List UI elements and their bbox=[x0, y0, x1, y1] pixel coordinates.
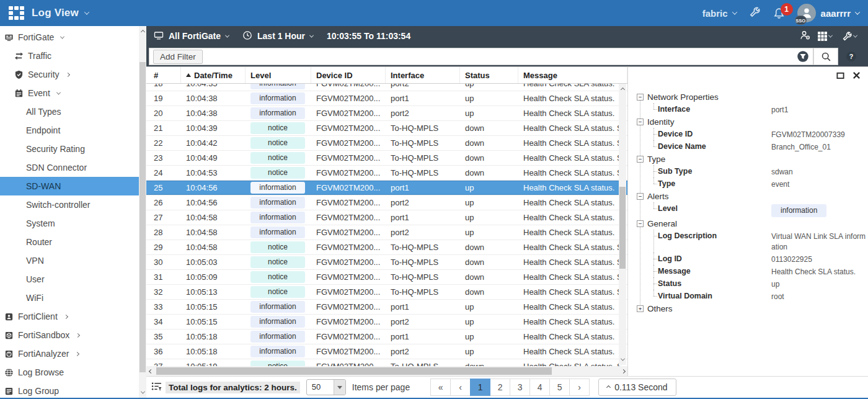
table-row-19[interactable]: 1910:04:38informationFGVM02TM200...port1… bbox=[146, 91, 627, 106]
column-header-device-id[interactable]: Device ID bbox=[311, 67, 386, 83]
scrollbar-thumb[interactable] bbox=[619, 187, 626, 269]
sidebar-item-security-rating[interactable]: Security Rating bbox=[0, 140, 139, 158]
expand-icon[interactable]: + bbox=[637, 305, 644, 312]
help-icon[interactable]: ? bbox=[846, 51, 857, 64]
sidebar-item-sd-wan[interactable]: SD-WAN bbox=[0, 177, 139, 195]
page-button-2[interactable]: 2 bbox=[490, 379, 510, 396]
sidebar-item-wifi[interactable]: WiFi bbox=[0, 289, 139, 307]
level-badge: information bbox=[250, 84, 305, 89]
sidebar-item-sdn-connector[interactable]: SDN Connector bbox=[0, 158, 139, 177]
first-page-button[interactable]: « bbox=[430, 379, 451, 396]
column-settings-dropdown[interactable] bbox=[817, 31, 836, 42]
tools-dropdown[interactable] bbox=[842, 31, 861, 42]
user-menu[interactable]: SSO aaarrrr bbox=[797, 4, 859, 22]
scroll-right-icon[interactable] bbox=[619, 370, 627, 373]
table-row-29[interactable]: 2910:04:58noticeFGVM02TM200...To-HQ-MPLS… bbox=[146, 240, 627, 255]
page-button-5[interactable]: 5 bbox=[549, 379, 570, 396]
table-row-32[interactable]: 3210:05:13noticeFGVM02TM200...To-HQ-MPLS… bbox=[146, 285, 627, 300]
scroll-up-icon[interactable] bbox=[619, 85, 626, 94]
table-row-25[interactable]: 2510:04:56informationFGVM02TM200...port1… bbox=[146, 181, 627, 195]
collapse-icon[interactable]: − bbox=[637, 193, 644, 200]
table-row-34[interactable]: 3410:05:15informationFGVM02TM200...port2… bbox=[146, 315, 627, 330]
page-button-1[interactable]: 1 bbox=[470, 379, 490, 396]
table-vertical-scrollbar[interactable] bbox=[619, 84, 626, 365]
sidebar-item-user[interactable]: User bbox=[0, 270, 139, 289]
column-header-level[interactable]: Level bbox=[246, 67, 311, 83]
column-header-message[interactable]: Message bbox=[518, 67, 627, 83]
scrollbar-thumb[interactable] bbox=[156, 367, 552, 375]
scroll-down-icon[interactable] bbox=[619, 355, 626, 364]
table-row-27[interactable]: 2710:04:58informationFGVM02TM200...port1… bbox=[146, 210, 627, 225]
table-horizontal-scrollbar[interactable] bbox=[146, 366, 627, 376]
page-button-4[interactable]: 4 bbox=[529, 379, 550, 396]
collapse-icon[interactable]: − bbox=[637, 156, 644, 163]
query-time-button[interactable]: 0.113 Second bbox=[598, 379, 676, 396]
items-per-page-select[interactable]: 50 bbox=[306, 379, 346, 395]
table-row-22[interactable]: 2210:04:42noticeFGVM02TM200...To-HQ-MPLS… bbox=[146, 136, 627, 151]
cell-message: Health Check SLA status. bbox=[518, 198, 627, 207]
sidebar-item-forticlient[interactable]: FortiClient bbox=[0, 307, 139, 326]
previous-page-button[interactable]: ‹ bbox=[450, 379, 471, 396]
table-row-30[interactable]: 3010:05:03noticeFGVM02TM200...To-HQ-MPLS… bbox=[146, 255, 627, 270]
search-button[interactable] bbox=[813, 48, 838, 65]
close-panel-icon[interactable] bbox=[852, 71, 861, 81]
sidebar-item-fortianalyzer[interactable]: FortiAnalyzer bbox=[0, 344, 139, 363]
sidebar-item-system[interactable]: System bbox=[0, 214, 139, 233]
sidebar-item-log-browse[interactable]: Log Browse bbox=[0, 363, 139, 382]
table-row-33[interactable]: 3310:05:15informationFGVM02TM200...port1… bbox=[146, 300, 627, 315]
column-header-status[interactable]: Status bbox=[460, 67, 518, 83]
table-row-20[interactable]: 2010:04:38informationFGVM02TM200...port2… bbox=[146, 106, 627, 121]
notifications-bell-icon[interactable]: 1 bbox=[773, 7, 785, 19]
table-row-26[interactable]: 2610:04:56informationFGVM02TM200...port2… bbox=[146, 195, 627, 210]
sidebar-scrollbar[interactable] bbox=[139, 26, 146, 398]
filter-funnel-icon[interactable] bbox=[797, 50, 809, 63]
table-row-24[interactable]: 2410:04:53noticeFGVM02TM200...To-HQ-MPLS… bbox=[146, 166, 627, 181]
add-filter-button[interactable]: Add Filter bbox=[153, 50, 203, 64]
filter-input[interactable]: Add Filter bbox=[149, 48, 813, 65]
sidebar-item-traffic[interactable]: Traffic bbox=[0, 47, 139, 65]
time-range-dropdown[interactable]: Last 1 Hour bbox=[242, 30, 313, 42]
sidebar-item-fortigate[interactable]: FortiGate bbox=[0, 28, 139, 47]
column-header-[interactable]: # bbox=[146, 67, 181, 83]
sidebar-item-fortisandbox[interactable]: FortiSandbox bbox=[0, 326, 139, 344]
table-row-36[interactable]: 3610:05:18informationFGVM02TM200...port2… bbox=[146, 344, 627, 359]
sidebar-item-switch-controller[interactable]: Switch-controller bbox=[0, 195, 139, 214]
scroll-down-icon[interactable] bbox=[139, 388, 146, 397]
table-row-35[interactable]: 3510:05:18informationFGVM02TM200...port1… bbox=[146, 330, 627, 344]
sidebar-item-all-types[interactable]: All Types bbox=[0, 102, 139, 121]
tools-wrench-icon[interactable] bbox=[749, 6, 761, 20]
app-switcher-chevron-icon[interactable] bbox=[84, 9, 89, 14]
sidebar-item-security[interactable]: Security bbox=[0, 65, 139, 84]
table-row-21[interactable]: 2110:04:39noticeFGVM02TM200...To-HQ-MPLS… bbox=[146, 121, 627, 136]
popout-panel-icon[interactable] bbox=[836, 71, 844, 81]
scroll-up-icon[interactable] bbox=[139, 27, 146, 36]
detail-field-value: Health Check SLA status. bbox=[771, 265, 867, 277]
collapse-icon[interactable]: − bbox=[637, 94, 644, 101]
fabric-menu[interactable]: fabric bbox=[702, 8, 737, 19]
cell-level: notice bbox=[246, 167, 311, 179]
collapse-icon[interactable]: − bbox=[637, 119, 644, 125]
sidebar-item-log-group[interactable]: Log Group bbox=[0, 382, 139, 399]
next-page-button[interactable]: › bbox=[569, 379, 590, 396]
user-settings-icon[interactable] bbox=[800, 30, 811, 43]
sidebar-item-router[interactable]: Router bbox=[0, 233, 139, 251]
table-row-18[interactable]: 1810:04:35informationFGVM02TM200...port2… bbox=[146, 84, 627, 91]
table-row-28[interactable]: 2810:04:58informationFGVM02TM200...port2… bbox=[146, 225, 627, 240]
cell-level: information bbox=[246, 182, 311, 194]
scrollbar-thumb[interactable] bbox=[140, 62, 146, 372]
sidebar-item-event[interactable]: Event bbox=[0, 84, 139, 102]
cell-status: up bbox=[460, 109, 518, 118]
table-row-23[interactable]: 2310:04:49noticeFGVM02TM200...To-HQ-MPLS… bbox=[146, 151, 627, 166]
cell-number: 35 bbox=[146, 332, 181, 341]
sidebar-item-vpn[interactable]: VPN bbox=[0, 251, 139, 270]
column-header-interface[interactable]: Interface bbox=[386, 67, 460, 83]
cell-interface: port2 bbox=[386, 317, 460, 326]
column-header-date-time[interactable]: Date/Time bbox=[181, 67, 246, 83]
sidebar-item-endpoint[interactable]: Endpoint bbox=[0, 121, 139, 140]
scroll-left-icon[interactable] bbox=[146, 370, 155, 373]
detail-field-label: Message bbox=[658, 265, 771, 276]
collapse-icon[interactable]: − bbox=[637, 220, 644, 227]
page-button-3[interactable]: 3 bbox=[510, 379, 530, 396]
table-row-31[interactable]: 3110:05:09noticeFGVM02TM200...To-HQ-MPLS… bbox=[146, 270, 627, 285]
device-scope-dropdown[interactable]: All FortiGate bbox=[154, 30, 229, 42]
